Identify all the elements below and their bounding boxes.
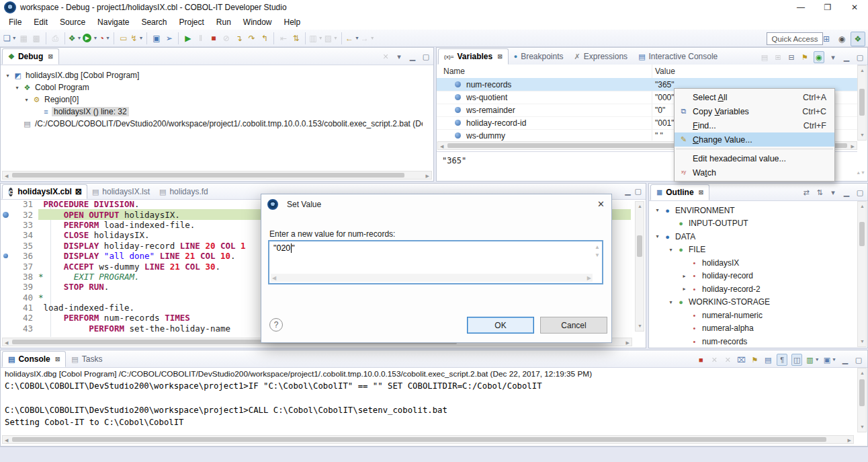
pin-console-button[interactable]: ⚑ <box>750 354 759 365</box>
scroll-left-icon[interactable]: ◀ <box>5 437 8 444</box>
minimize-button[interactable]: ▁ <box>842 52 851 63</box>
maximize-button[interactable]: ▢ <box>855 187 865 198</box>
step-return-button[interactable]: ↰ <box>258 32 271 45</box>
menu-navigate[interactable]: Navigate <box>91 16 135 28</box>
tree-item[interactable]: ●INPUT-OUTPUT <box>653 217 857 231</box>
menuitem-edit-hexadecimal-value-[interactable]: Edit hexadecimal value... <box>675 151 834 165</box>
tab-holidaysix-lst[interactable]: ▤holidaysIX.lst <box>87 184 155 199</box>
scroll-right-icon[interactable]: ▶ <box>851 143 855 150</box>
remote-console-button[interactable]: ▣ <box>150 32 163 45</box>
field-scroll-down-icon[interactable]: ▼ <box>595 252 600 258</box>
scroll-left-icon[interactable]: ◀ <box>440 143 443 150</box>
tab-debug[interactable]: ❖Debug⊠ <box>2 48 59 65</box>
tab-holidaysix-cbl[interactable]: cholidaysIX.cbl⊠ <box>2 184 87 199</box>
tree-item[interactable]: ▾●DATA <box>653 230 857 243</box>
menu-run[interactable]: Run <box>210 16 237 28</box>
debug-hscrollbar[interactable]: ◀▶ <box>2 171 432 180</box>
scroll-down-icon[interactable]: ▼ <box>860 424 865 430</box>
tab-holidays-fd[interactable]: ▤holidays.fd <box>155 184 213 199</box>
terminate-button[interactable]: ■ <box>696 354 705 365</box>
expander-open-icon[interactable]: ▾ <box>13 85 21 91</box>
clear-console-button[interactable]: ⌧ <box>736 354 746 365</box>
console-vscrollbar[interactable]: ▲▼ <box>857 368 867 432</box>
use-step-filters-button[interactable]: ⇅ <box>290 32 302 45</box>
tab-close-icon[interactable]: ⊠ <box>699 189 704 196</box>
scroll-thumb[interactable] <box>637 235 642 257</box>
scroll-down-icon[interactable]: ▼ <box>638 323 642 330</box>
menuitem-watch[interactable]: ˣʸWatch <box>675 165 834 180</box>
open-perspective-button[interactable]: ⊞ <box>820 32 833 46</box>
scroll-thumb[interactable] <box>12 437 826 442</box>
expander-open-icon[interactable]: ▾ <box>3 73 12 79</box>
dialog-close-icon[interactable]: ✕ <box>597 199 605 209</box>
step-over-button[interactable]: ↷ <box>245 32 258 45</box>
collapse-all-button[interactable]: ⊟ <box>787 52 796 63</box>
tree-item[interactable]: ▾◩holidaysIX.dbg [Cobol Program] <box>3 69 423 81</box>
dropdown-arrow-icon[interactable]: ▼ <box>355 36 359 40</box>
tree-item[interactable]: ▾●FILE <box>653 243 857 257</box>
minimize-icon[interactable]: ▁ <box>625 187 630 196</box>
tab-console[interactable]: ▤Console⊠ <box>2 351 66 367</box>
menu-file[interactable]: File <box>3 16 28 28</box>
field-scroll-left-icon[interactable]: ◀ <box>272 275 276 281</box>
cancel-button[interactable]: Cancel <box>540 317 607 334</box>
menuitem-change-value-[interactable]: ✎Change Value... <box>675 132 834 147</box>
maximize-button[interactable]: ▢ <box>854 354 863 365</box>
view-menu-button[interactable]: ▾ <box>828 187 838 198</box>
run-button[interactable]: ▶▼ <box>82 32 98 45</box>
tab-close-icon[interactable]: ⊠ <box>497 53 503 60</box>
word-wrap-button[interactable]: ¶ <box>777 354 787 366</box>
scroll-right-icon[interactable]: ▶ <box>426 173 429 180</box>
dropdown-arrow-icon[interactable]: ▼ <box>370 36 375 40</box>
minimize-button[interactable]: — <box>787 0 814 15</box>
cobolit-perspective-button[interactable]: ◉ <box>835 32 849 46</box>
tree-item[interactable]: ▸•holiday-record <box>653 270 857 283</box>
scroll-up-icon[interactable]: ▲ <box>860 67 865 74</box>
console-hscrollbar[interactable]: ◀▶ <box>2 435 854 444</box>
dropdown-arrow-icon[interactable]: ▼ <box>77 36 81 40</box>
terminate-button[interactable]: ■ <box>207 32 220 45</box>
tree-item[interactable]: ▾❖Cobol Program <box>3 81 423 93</box>
dropdown-arrow-icon[interactable]: ▼ <box>832 355 836 364</box>
tree-item[interactable]: •numeral-alpha <box>653 322 857 336</box>
dropdown-arrow-icon[interactable]: ▼ <box>138 36 143 40</box>
scroll-thumb[interactable] <box>859 379 865 406</box>
pin-view-button[interactable]: ⚑ <box>800 52 810 63</box>
field-scroll-up-icon[interactable]: ▲ <box>595 244 600 250</box>
expander-open-icon[interactable]: ▾ <box>666 247 675 253</box>
profile-button[interactable]: ◔▼ <box>98 32 111 45</box>
expander-open-icon[interactable]: ▾ <box>666 299 675 305</box>
tab-expressions[interactable]: ✗Expressions <box>569 48 634 65</box>
new-wizard-button[interactable]: ❏▼ <box>3 32 17 45</box>
tree-item[interactable]: ▾⚙Region[0] <box>3 93 423 106</box>
maximize-button[interactable]: ▢ <box>421 51 431 62</box>
menu-edit[interactable]: Edit <box>28 16 54 28</box>
open-console-button[interactable]: ▣▼ <box>824 354 836 365</box>
external-tools-button[interactable]: ↯▼ <box>130 32 144 45</box>
outline-vscrollbar[interactable]: ▲▼ <box>857 201 867 347</box>
menu-project[interactable]: Project <box>173 16 210 28</box>
quick-access-box[interactable]: Quick Access <box>767 32 823 45</box>
resume-button[interactable]: ▶ <box>181 32 194 45</box>
dropdown-arrow-icon[interactable]: ▼ <box>333 36 338 40</box>
dropdown-arrow-icon[interactable]: ▼ <box>815 355 820 364</box>
scroll-up-icon[interactable]: ▲ <box>860 203 865 210</box>
dropdown-arrow-icon[interactable]: ▼ <box>93 36 97 40</box>
field-scroll-right-icon[interactable]: ▶ <box>587 275 591 281</box>
show-console-when-out-button[interactable]: ▤ <box>763 354 773 365</box>
expander-closed-icon[interactable]: ▸ <box>680 286 689 292</box>
detail-scroll-icons[interactable]: ▲▼ <box>856 170 865 176</box>
link-with-editor-button[interactable]: ⇄ <box>801 187 811 198</box>
tab-interactive-console[interactable]: ▤Interactive Console <box>633 48 723 65</box>
scroll-down-icon[interactable]: ▼ <box>860 338 865 345</box>
debug-button[interactable]: ❖▼ <box>68 32 83 45</box>
tree-item[interactable]: ≡holidaysIX () line: 32 <box>3 106 423 118</box>
menu-window[interactable]: Window <box>237 16 278 28</box>
tab-close-icon[interactable]: ⊠ <box>48 53 53 60</box>
dropdown-arrow-icon[interactable]: ▼ <box>12 36 17 40</box>
menuitem-find-[interactable]: Find...Ctrl+F <box>675 118 834 132</box>
debug-perspective-button[interactable]: ❖ <box>851 32 865 46</box>
view-menu-button[interactable]: ▾ <box>394 51 404 62</box>
scroll-up-icon[interactable]: ▲ <box>860 370 865 377</box>
tree-item[interactable]: •holidaysIX <box>653 256 857 270</box>
